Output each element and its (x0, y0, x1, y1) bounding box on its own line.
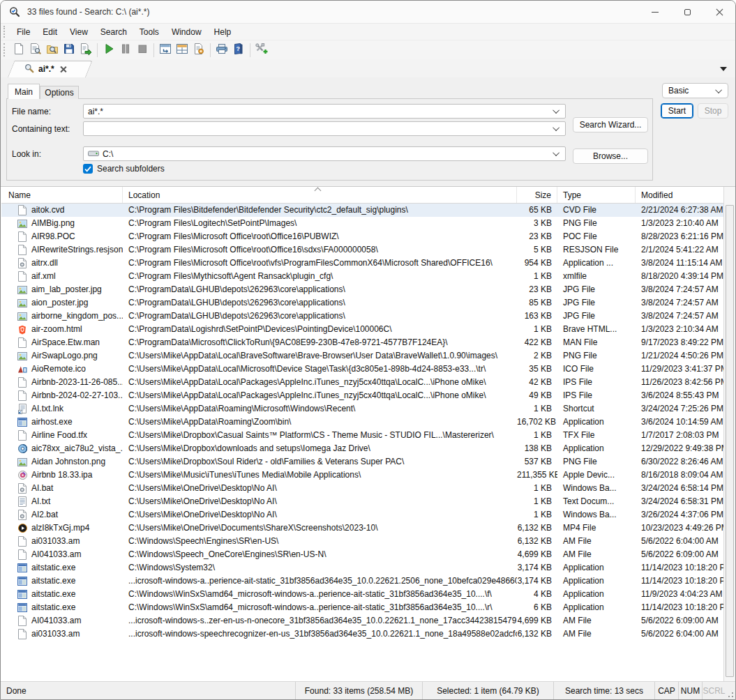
table-row[interactable]: AI2.batC:\Users\Mike\OneDrive\Desktop\No… (1, 508, 724, 522)
table-row[interactable]: aitok.cvdC:\Program Files\Bitdefender\Bi… (1, 204, 724, 217)
column-header-modified[interactable]: Modified (636, 187, 724, 203)
file-name-cell[interactable]: aitstatic.exe (1, 561, 123, 575)
table-row[interactable]: AI.txtC:\Users\Mike\OneDrive\Desktop\No … (1, 495, 724, 508)
menu-search[interactable]: Search (94, 25, 133, 39)
search-tab[interactable]: ai*.* (8, 61, 86, 77)
table-row[interactable]: Airbnb 18.33.ipaC:\Users\Mike\Music\iTun… (1, 469, 724, 482)
table-row[interactable]: AioRemote.icoC:\Users\Mike\AppData\Local… (1, 363, 724, 376)
pause-search-button[interactable] (117, 42, 134, 59)
table-row[interactable]: AirSpace.Etw.manC:\ProgramData\Microsoft… (1, 336, 724, 349)
menu-file[interactable]: File (10, 25, 36, 39)
file-name-cell[interactable]: AioRemote.ico (1, 363, 123, 376)
toggle-search-window-button[interactable] (157, 42, 174, 59)
table-row[interactable]: aic78xx_aic78u2_vista_...C:\Users\Mike\D… (1, 442, 724, 455)
table-row[interactable]: AI041033.amC:\Windows\Speech_OneCore\Eng… (1, 548, 724, 561)
menu-window[interactable]: Window (165, 25, 208, 39)
file-name-cell[interactable]: aif.xml (1, 270, 123, 283)
menu-tools[interactable]: Tools (133, 25, 165, 39)
chevron-down-icon[interactable] (553, 107, 559, 114)
table-row[interactable]: aif.xmlC:\Program Files\Mythicsoft\Agent… (1, 270, 724, 283)
search-wizard-button[interactable]: Search Wizard... (573, 117, 648, 132)
vertical-scrollbar[interactable] (723, 187, 735, 681)
table-row[interactable]: aitstatic.exeC:\Windows\System32\3,174 K… (1, 561, 724, 575)
save-search-button[interactable] (61, 42, 77, 59)
column-header-type[interactable]: Type (557, 187, 636, 203)
file-name-cell[interactable]: AirSpace.Etw.man (1, 336, 123, 349)
table-row[interactable]: aitstatic.exeC:\Windows\WinSxS\amd64_mic… (1, 588, 724, 601)
table-row[interactable]: ai031033.amC:\Windows\Speech\Engines\SR\… (1, 535, 724, 548)
table-row[interactable]: alzI8kTxGj.mp4C:\Users\Mike\OneDrive\Doc… (1, 522, 724, 535)
table-row[interactable]: AI.batC:\Users\Mike\OneDrive\Desktop\No … (1, 482, 724, 495)
menu-help[interactable]: Help (208, 25, 238, 39)
file-name-cell[interactable]: AI041033.am (1, 548, 123, 561)
file-name-cell[interactable]: Aidan Johnston.png (1, 455, 123, 469)
table-row[interactable]: AirSwapLogo.pngC:\Users\Mike\AppData\Loc… (1, 349, 724, 363)
table-row[interactable]: airhost.exeC:\Users\Mike\AppData\Roaming… (1, 416, 724, 429)
table-row[interactable]: Airline Food.tfxC:\Users\Mike\Dropbox\Ca… (1, 429, 724, 442)
table-row[interactable]: Airbnb-2024-02-27-103...C:\Users\Mike\Ap… (1, 389, 724, 402)
file-name-cell[interactable]: AI.bat (1, 482, 123, 495)
file-name-cell[interactable]: alzI8kTxGj.mp4 (1, 522, 123, 535)
toolbar-drag-handle[interactable] (3, 43, 7, 56)
new-search-button[interactable] (10, 42, 27, 59)
menu-view[interactable]: View (63, 25, 94, 39)
table-row[interactable]: AIRewriteStrings.resjsonC:\Program Files… (1, 243, 724, 257)
table-row[interactable]: AI.txt.lnkC:\Users\Mike\AppData\Roaming\… (1, 402, 724, 416)
resize-grip[interactable] (726, 682, 735, 699)
table-row[interactable]: aitstatic.exe...icrosoft-windows-a..peri… (1, 575, 724, 588)
file-name-cell[interactable]: AI.txt (1, 495, 123, 508)
table-row[interactable]: Aidan Johnston.pngC:\Users\Mike\Dropbox\… (1, 455, 724, 469)
start-button[interactable]: Start (661, 103, 693, 119)
file-name-cell[interactable]: Airbnb 18.33.ipa (1, 469, 123, 482)
chevron-down-icon[interactable] (553, 124, 559, 131)
table-row[interactable]: aitstatic.exeC:\Windows\WinSxS\amd64_mic… (1, 601, 724, 614)
column-header-size[interactable]: Size (517, 187, 557, 203)
table-row[interactable]: aitrx.dllC:\Program Files\Microsoft Offi… (1, 257, 724, 270)
open-search-button[interactable] (44, 42, 61, 59)
browse-button[interactable]: Browse... (573, 149, 648, 164)
table-row[interactable]: ai031033.am...icrosoft-windows-speechrec… (1, 627, 724, 641)
menu-edit[interactable]: Edit (36, 25, 63, 39)
configure-extensions-button[interactable] (253, 42, 270, 59)
scrollbar-thumb[interactable] (726, 205, 734, 677)
menu-drag-handle[interactable] (3, 26, 7, 37)
file-name-cell[interactable]: AIMBig.png (1, 217, 123, 230)
file-name-cell[interactable]: air-zoom.html (1, 323, 123, 336)
start-search-button[interactable] (100, 42, 117, 59)
export-results-button[interactable] (77, 42, 94, 59)
search-mode-select[interactable]: Basic (662, 83, 728, 98)
table-row[interactable]: airborne_kingdom_pos...C:\ProgramData\LG… (1, 310, 724, 323)
file-type-options-button[interactable] (190, 42, 207, 59)
help-button[interactable]: ? (230, 42, 247, 59)
print-button[interactable] (213, 42, 230, 59)
table-row[interactable]: aim_lab_poster.jpgC:\ProgramData\LGHUB\d… (1, 283, 724, 296)
look-in-input[interactable]: C:\ (83, 146, 566, 161)
file-name-cell[interactable]: AI2.bat (1, 508, 123, 522)
file-name-cell[interactable]: AI041033.am (1, 614, 123, 627)
file-name-cell[interactable]: airborne_kingdom_pos... (1, 310, 123, 323)
close-button[interactable] (703, 1, 735, 23)
table-row[interactable]: Airbnb-2023-11-26-085...C:\Users\Mike\Ap… (1, 376, 724, 389)
file-name-cell[interactable]: AIR98.POC (1, 230, 123, 243)
file-name-cell[interactable]: aitstatic.exe (1, 588, 123, 601)
file-name-cell[interactable]: aic78xx_aic78u2_vista_... (1, 442, 123, 455)
file-name-cell[interactable]: AirSwapLogo.png (1, 349, 123, 363)
file-name-cell[interactable]: AIRewriteStrings.resjson (1, 243, 123, 257)
file-name-cell[interactable]: ai031033.am (1, 535, 123, 548)
file-name-cell[interactable]: aim_lab_poster.jpg (1, 283, 123, 296)
table-row[interactable]: air-zoom.htmlC:\ProgramData\Logishrd\Set… (1, 323, 724, 336)
search-subfolders-checkbox[interactable] (83, 164, 93, 174)
file-name-cell[interactable]: aitstatic.exe (1, 575, 123, 588)
toggle-layout-button[interactable] (174, 42, 190, 59)
stop-search-button[interactable] (134, 42, 151, 59)
file-name-cell[interactable]: aion_poster.jpg (1, 296, 123, 310)
file-name-cell[interactable]: ai031033.am (1, 627, 123, 641)
file-name-cell[interactable]: Airline Food.tfx (1, 429, 123, 442)
table-row[interactable]: aion_poster.jpgC:\ProgramData\LGHUB\depo… (1, 296, 724, 310)
file-name-cell[interactable]: aitstatic.exe (1, 601, 123, 614)
file-name-cell[interactable]: aitrx.dll (1, 257, 123, 270)
file-name-cell[interactable]: aitok.cvd (1, 204, 123, 217)
tab-main[interactable]: Main (8, 84, 40, 99)
file-name-cell[interactable]: AI.txt.lnk (1, 402, 123, 416)
tab-close-icon[interactable] (60, 66, 66, 73)
